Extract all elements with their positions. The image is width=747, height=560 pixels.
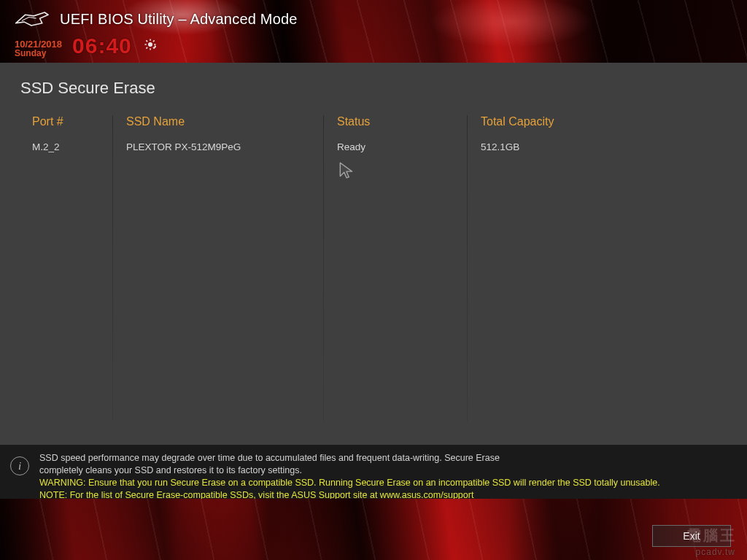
- header: UEFI BIOS Utility – Advanced Mode 10/21/…: [0, 0, 747, 63]
- settings-gear-icon[interactable]: [144, 38, 157, 51]
- column-header-name: SSD Name: [126, 115, 316, 141]
- footer-sheen: [0, 499, 747, 560]
- mouse-cursor-icon: [337, 160, 356, 179]
- svg-line-8: [153, 40, 155, 42]
- cell-name[interactable]: PLEXTOR PX-512M9PeG: [126, 141, 316, 152]
- column-port: Port # M.2_2: [32, 115, 112, 421]
- datetime-row: 10/21/2018 Sunday 06:40: [13, 34, 734, 58]
- watermark-text: pcadv.tw: [696, 547, 735, 557]
- info-warning: WARNING: Ensure that you run Secure Eras…: [39, 477, 660, 489]
- svg-line-7: [146, 47, 147, 49]
- column-separator: [112, 115, 113, 421]
- date-text: 10/21/2018: [15, 39, 62, 50]
- cell-status[interactable]: Ready: [337, 141, 460, 152]
- svg-line-5: [146, 40, 147, 42]
- svg-point-0: [148, 43, 152, 47]
- column-ssd-name: SSD Name PLEXTOR PX-512M9PeG: [126, 115, 323, 421]
- rog-logo-icon: [13, 9, 50, 29]
- cell-capacity[interactable]: 512.1GB: [481, 141, 718, 152]
- info-icon: i: [10, 456, 29, 475]
- info-line-2: completely cleans your SSD and restores …: [39, 464, 660, 477]
- clock-text: 06:40: [72, 34, 132, 58]
- main-panel: SSD Secure Erase Port # M.2_2 SSD Name P…: [0, 63, 747, 445]
- info-panel: i SSD speed performance may degrade over…: [0, 445, 747, 499]
- page-title: SSD Secure Erase: [0, 74, 747, 115]
- column-capacity: Total Capacity 512.1GB: [481, 115, 725, 421]
- info-text: SSD speed performance may degrade over t…: [39, 452, 660, 502]
- app-title: UEFI BIOS Utility – Advanced Mode: [60, 11, 298, 28]
- cell-port[interactable]: M.2_2: [32, 141, 105, 152]
- date-block: 10/21/2018 Sunday: [15, 39, 62, 58]
- column-separator: [467, 115, 468, 421]
- column-status: Status Ready: [337, 115, 467, 421]
- column-header-capacity: Total Capacity: [481, 115, 718, 141]
- column-header-status: Status: [337, 115, 460, 141]
- watermark-logo: 電腦王: [686, 526, 737, 545]
- column-separator: [323, 115, 324, 421]
- info-line-1: SSD speed performance may degrade over t…: [39, 452, 660, 464]
- title-row: UEFI BIOS Utility – Advanced Mode: [13, 9, 734, 29]
- column-header-port: Port #: [32, 115, 105, 141]
- day-text: Sunday: [15, 49, 62, 58]
- ssd-table: Port # M.2_2 SSD Name PLEXTOR PX-512M9Pe…: [0, 115, 747, 421]
